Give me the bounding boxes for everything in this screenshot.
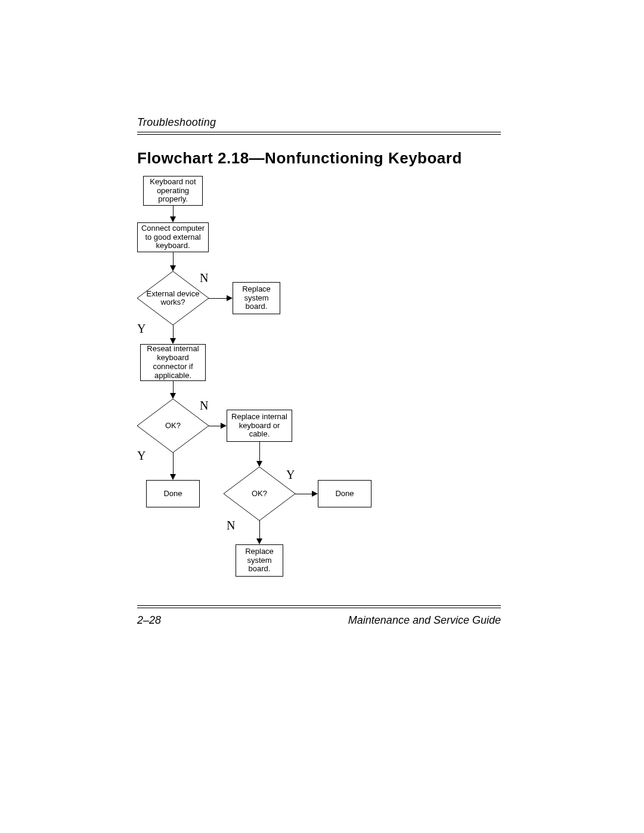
- node-ok-1: OK?: [137, 399, 209, 453]
- flowchart: Keyboard not operating properly. Connect…: [137, 176, 507, 599]
- rule-line: [137, 608, 501, 608]
- edge-label-n: N: [200, 271, 208, 285]
- footer-guide-title: Maintenance and Service Guide: [348, 614, 501, 627]
- connector: [173, 206, 174, 216]
- node-connect-external: Connect computer to good external keyboa…: [137, 222, 209, 252]
- connector: [173, 325, 174, 338]
- node-replace-system-board-1: Replace system board.: [233, 282, 280, 314]
- node-external-works: External device works?: [137, 271, 209, 325]
- running-head: Troubleshooting: [137, 116, 216, 129]
- arrowhead-icon: [256, 461, 262, 467]
- node-replace-system-board-2: Replace system board.: [236, 544, 283, 577]
- connector: [259, 442, 260, 461]
- edge-label-n: N: [227, 519, 235, 532]
- node-start: Keyboard not operating properly.: [143, 176, 203, 206]
- rule-line: [137, 132, 501, 132]
- page-title: Flowchart 2.18—Nonfunctioning Keyboard: [137, 149, 462, 168]
- node-done-2: Done: [318, 480, 371, 507]
- connector: [209, 298, 227, 299]
- edge-label-n: N: [200, 399, 208, 413]
- page-number: 2–28: [137, 614, 161, 627]
- rule-line: [137, 134, 501, 135]
- arrowhead-icon: [221, 423, 227, 429]
- connector: [173, 453, 174, 474]
- arrowhead-icon: [170, 393, 176, 399]
- node-replace-keyboard: Replace internal keyboard or cable.: [227, 410, 292, 442]
- arrowhead-icon: [170, 338, 176, 344]
- connector: [259, 521, 260, 538]
- connector: [173, 252, 174, 265]
- node-ok-2: OK?: [224, 467, 295, 521]
- connector: [173, 381, 174, 393]
- arrowhead-icon: [170, 474, 176, 480]
- edge-label-y: Y: [137, 322, 145, 336]
- node-reseat-connector: Reseat internal keyboard connector if ap…: [140, 344, 206, 381]
- edge-label-y: Y: [286, 468, 295, 482]
- node-done-1: Done: [146, 480, 200, 507]
- arrowhead-icon: [227, 295, 233, 301]
- arrowhead-icon: [256, 538, 262, 544]
- rule-line: [137, 605, 501, 606]
- arrowhead-icon: [312, 491, 318, 497]
- connector: [209, 426, 221, 426]
- arrowhead-icon: [170, 216, 176, 222]
- connector: [295, 494, 312, 494]
- arrowhead-icon: [170, 265, 176, 271]
- edge-label-y: Y: [137, 449, 145, 463]
- document-page: Troubleshooting Flowchart 2.18—Nonfuncti…: [0, 0, 644, 833]
